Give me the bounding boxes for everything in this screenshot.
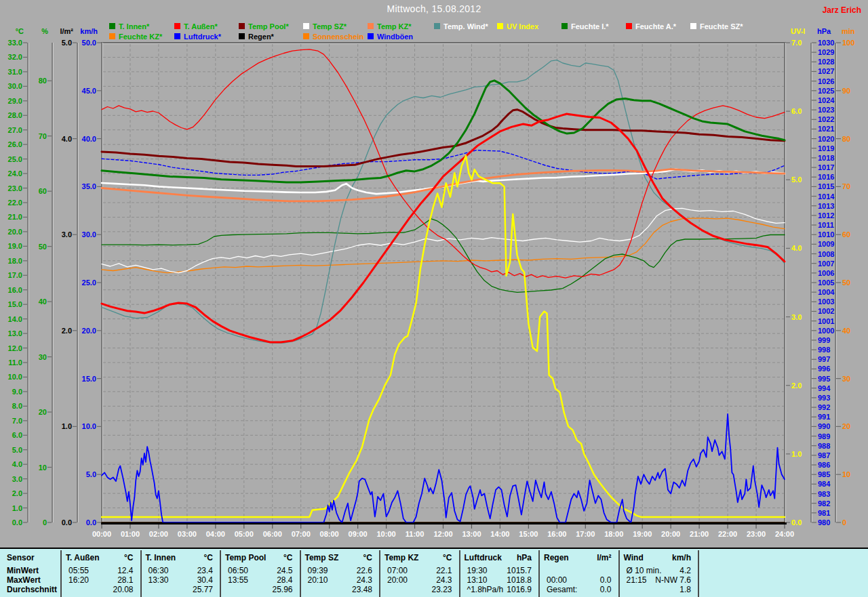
axis-tick-label-hpa: 1000 (818, 327, 834, 335)
table-row-label: MaxWert (7, 576, 41, 585)
axis-tick-label-kmh: 40.0 (82, 135, 96, 143)
axis-header-celsius: °C (16, 27, 24, 35)
axis-tick-label-percent: 10 (39, 464, 47, 472)
axis-tick-label-hpa: 1013 (818, 202, 834, 210)
axis-tick-label-kmh: 10.0 (82, 422, 96, 430)
axis-tick-label-min: 20 (842, 422, 850, 430)
axis-tick-label-hpa: 1028 (818, 58, 834, 66)
axis-tick-label-percent: 30 (39, 353, 47, 361)
hour-label: 24:00 (770, 530, 800, 538)
axis-tick-label-kmh: 0.0 (86, 518, 96, 527)
axis-tick-label-kmh: 25.0 (82, 279, 96, 287)
hour-label: 02:00 (144, 530, 174, 538)
axis-tick-label-hpa: 1002 (818, 307, 834, 315)
hour-label: 21:00 (684, 530, 714, 538)
axis-tick-label-celsius: 16.0 (8, 286, 22, 294)
axis-tick-label-hpa: 1011 (818, 221, 834, 229)
table-col-unit: km/h (624, 554, 692, 562)
hour-label: 18:00 (599, 530, 629, 538)
hour-label: 00:00 (87, 530, 117, 538)
table-col-unit: °C (146, 554, 214, 562)
table-separator (140, 550, 142, 597)
axis-tick-label-hpa: 994 (818, 384, 830, 392)
axis-tick-label-hpa: 1016 (818, 173, 834, 181)
axis-tick-label-celsius: 5.0 (12, 446, 22, 454)
table-cell-value: 23.4 (146, 567, 214, 575)
axis-tick-label-uv: 0.0 (791, 518, 802, 527)
axis-tick-label-kmh: 50.0 (82, 39, 96, 47)
chart-plot-area (0, 0, 868, 597)
axis-tick-label-percent: 70 (39, 132, 47, 140)
axis-tick-label-hpa: 1020 (818, 135, 834, 143)
axis-header-min: min (842, 27, 855, 35)
axis-tick-label-celsius: 32.0 (8, 53, 22, 61)
axis-tick-label-kmh: 5.0 (86, 470, 96, 478)
axis-tick-label-hpa: 1030 (818, 39, 834, 47)
axis-tick-label-min: 50 (842, 279, 850, 287)
table-cell-value: 25.96 (225, 585, 293, 594)
table-col-unit: hPa (465, 554, 532, 562)
axis-tick-label-hpa: 990 (818, 422, 830, 430)
table-row-label: MinWert (7, 567, 39, 575)
axis-tick-label-celsius: 17.0 (8, 271, 22, 279)
table-cell-value: 30.4 (146, 576, 214, 585)
axis-tick-label-celsius: 18.0 (8, 257, 22, 265)
plot-border-bottom (101, 522, 787, 524)
axis-tick-label-hpa: 1025 (818, 87, 834, 95)
axis-tick-label-uv: 2.0 (791, 382, 802, 390)
axis-tick-label-percent: 50 (39, 243, 47, 251)
axis-tick-label-hpa: 1014 (818, 192, 834, 201)
axis-tick-label-celsius: 8.0 (12, 402, 22, 410)
axis-tick-label-hpa: 1006 (818, 269, 834, 277)
table-separator (618, 550, 620, 597)
weather-app-window: Mittwoch, 15.08.2012 Jarz Erich T. Innen… (0, 0, 868, 597)
axis-tick-label-hpa: 1004 (818, 288, 834, 296)
axis-tick-label-celsius: 21.0 (8, 213, 22, 221)
axis-tick-label-hpa: 985 (818, 470, 830, 478)
hour-label: 08:00 (315, 530, 344, 538)
axis-tick-label-hpa: 1023 (818, 106, 834, 114)
axis-tick-label-celsius: 7.0 (12, 417, 22, 425)
axis-tick-label-hpa: 998 (818, 346, 830, 354)
axis-tick-label-min: 70 (842, 182, 850, 190)
table-cell-value: 1015.7 (465, 567, 532, 575)
axis-tick-label-min: 90 (842, 87, 850, 95)
axis-tick-label-hpa: 1024 (818, 96, 834, 104)
table-row-label: Sensor (7, 554, 35, 562)
axis-tick-label-uv: 5.0 (791, 176, 802, 184)
axis-tick-label-hpa: 997 (818, 355, 830, 363)
axis-tick-label-kmh: 30.0 (82, 230, 96, 239)
axis-tick-label-celsius: 27.0 (8, 126, 22, 134)
axis-tick-label-celsius: 23.0 (8, 184, 22, 192)
axis-tick-label-celsius: 4.0 (12, 460, 22, 468)
table-cell-value: 4.2 (624, 567, 692, 575)
table-separator (220, 550, 221, 597)
axis-tick-label-celsius: 2.0 (12, 489, 22, 497)
hour-label: 01:00 (115, 530, 145, 538)
axis-tick-label-hpa: 999 (818, 336, 830, 344)
table-separator (300, 550, 301, 597)
axis-tick-label-hpa: 1005 (818, 279, 834, 287)
table-cell-value: 1018.8 (465, 576, 532, 585)
axis-tick-label-kmh: 20.0 (82, 327, 96, 335)
axis-tick-label-hpa: 1015 (818, 182, 834, 190)
axis-tick-label-hpa: 980 (818, 518, 830, 527)
table-cell-value: 20.08 (66, 585, 134, 594)
axis-tick-label-hpa: 986 (818, 461, 830, 469)
axis-header-uv: UV-I (791, 27, 805, 35)
hour-label: 15:00 (513, 530, 543, 538)
axis-tick-label-celsius: 13.0 (8, 329, 22, 337)
axis-tick-label-celsius: 11.0 (8, 358, 22, 367)
axis-tick-label-celsius: 26.0 (8, 140, 22, 148)
axis-tick-label-kmh: 35.0 (82, 182, 96, 190)
hour-label: 19:00 (627, 530, 657, 538)
axis-tick-label-hpa: 1027 (818, 67, 834, 75)
axis-tick-label-uv: 7.0 (791, 39, 802, 47)
axis-tick-label-uv: 1.0 (791, 450, 802, 458)
table-cell-value: 24.5 (225, 567, 293, 575)
axis-header-kmh: km/h (80, 27, 98, 35)
hour-label: 14:00 (485, 530, 515, 538)
axis-tick-label-hpa: 987 (818, 451, 830, 459)
axis-tick-label-lm2: 5.0 (62, 39, 72, 47)
axis-tick-label-min: 30 (842, 375, 850, 383)
